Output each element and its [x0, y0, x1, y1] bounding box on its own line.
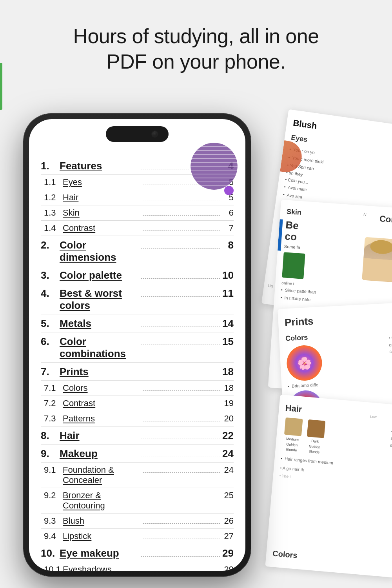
toc-num-2: 1.2: [44, 192, 63, 203]
toc-divider-13: [41, 426, 234, 426]
toc-label-12[interactable]: Contrast: [63, 398, 140, 408]
toc-divider-12: [41, 411, 234, 411]
toc-label-4[interactable]: Contrast: [63, 223, 140, 233]
phone-inner: 1.Features41.1Eyes51.2Hair51.3Skin61.4Co…: [29, 119, 245, 571]
camera-dot: [152, 131, 158, 137]
toc-num-16: 9.1: [44, 465, 63, 475]
toc-num-20: 10.: [41, 547, 60, 559]
toc-label-6[interactable]: Color palette: [60, 269, 139, 281]
toc-label-0[interactable]: Features: [60, 160, 139, 172]
toc-label-1[interactable]: Eyes: [63, 177, 140, 187]
toc-num-8: 5.: [41, 318, 60, 330]
toc-divider-6: [41, 284, 234, 284]
toc-page-14: 22: [222, 430, 234, 442]
paper3-right-text: • C gre cont: [388, 334, 392, 356]
toc-dots-8: [141, 327, 220, 327]
header-text: Hours of studying, all in one PDF on you…: [0, 0, 392, 90]
toc-page-9: 15: [222, 336, 234, 348]
toc-label-20[interactable]: Eye makeup: [60, 547, 139, 559]
toc-label-9[interactable]: Color combinations: [60, 336, 139, 360]
toc-row-18[interactable]: 9.3Blush26: [41, 514, 234, 528]
toc-label-10[interactable]: Prints: [60, 366, 139, 378]
toc-row-13[interactable]: 7.3Patterns20: [41, 412, 234, 425]
toc-label-16[interactable]: Foundation & Concealer: [63, 465, 140, 485]
toc-page-7: 11: [222, 287, 234, 299]
toc-num-14: 8.: [41, 430, 60, 442]
toc-page-21: 29: [223, 564, 234, 571]
toc-row-2[interactable]: 1.2Hair5: [41, 191, 234, 204]
toc-num-18: 9.3: [44, 516, 63, 526]
toc-divider-15: [41, 462, 234, 463]
toc-divider-4: [41, 236, 234, 236]
toc-label-7[interactable]: Best & worst colors: [60, 287, 139, 312]
toc-row-17[interactable]: 9.2Bronzer & Contouring25: [41, 489, 234, 512]
toc-dots-5: [141, 248, 220, 249]
toc-divider-9: [41, 362, 234, 363]
toc-num-13: 7.3: [44, 414, 63, 424]
toc-row-10[interactable]: 7.Prints18: [41, 364, 234, 379]
toc-dots-16: [143, 472, 220, 473]
hair-swatch-light: [284, 417, 303, 436]
toc-dots-10: [141, 375, 220, 375]
toc-dots-2: [143, 200, 220, 200]
hair-label-dark: Dark Golden Blonde: [304, 438, 325, 456]
toc-label-21[interactable]: Eyeshadows: [63, 564, 140, 571]
toc-dots-3: [143, 215, 220, 216]
toc-dots-6: [141, 278, 220, 279]
toc-label-19[interactable]: Lipstick: [63, 531, 140, 541]
toc-row-19[interactable]: 9.4Lipstick27: [41, 530, 234, 543]
toc-row-9[interactable]: 6.Color combinations15: [41, 334, 234, 361]
toc-label-5[interactable]: Color dimensions: [60, 239, 139, 263]
toc-num-0: 1.: [41, 160, 60, 172]
toc-row-6[interactable]: 3.Color palette10: [41, 268, 234, 283]
toc-row-14[interactable]: 8.Hair22: [41, 428, 234, 443]
header-line1: Hours of studying, all in one: [73, 25, 319, 47]
phone: 1.Features41.1Eyes51.2Hair51.3Skin61.4Co…: [24, 114, 251, 576]
hair-swatch-1-group: Medium Golden Blonde: [281, 417, 304, 454]
toc-row-5[interactable]: 2.Color dimensions8: [41, 238, 234, 265]
toc-page-11: 18: [223, 383, 234, 393]
toc-label-17[interactable]: Bronzer & Contouring: [63, 490, 140, 511]
toc-dots-15: [141, 457, 220, 457]
toc-label-14[interactable]: Hair: [60, 430, 139, 442]
toc-dots-17: [143, 498, 220, 498]
toc-label-18[interactable]: Blush: [63, 516, 140, 526]
toc-page-6: 10: [222, 269, 234, 281]
toc-dots-19: [143, 539, 220, 539]
toc-dots-14: [141, 439, 220, 439]
toc-dots-18: [143, 523, 220, 524]
floral-circle-1: 🌸: [286, 345, 323, 382]
toc-row-7[interactable]: 4.Best & worst colors11: [41, 286, 234, 313]
toc-divider-7: [41, 314, 234, 314]
person-body: [362, 258, 392, 282]
toc-row-8[interactable]: 5.Metals14: [41, 316, 234, 331]
toc-divider-16: [41, 488, 234, 488]
toc-num-19: 9.4: [44, 531, 63, 541]
toc-row-21[interactable]: 10.1Eyeshadows29: [41, 563, 234, 571]
green-color-block: [282, 252, 305, 279]
toc-divider-2: [41, 205, 234, 205]
paper1-light-label: Lig: [267, 283, 273, 289]
toc-label-2[interactable]: Hair: [63, 192, 140, 203]
toc-label-11[interactable]: Colors: [63, 383, 140, 393]
toc-row-16[interactable]: 9.1Foundation & Concealer24: [41, 463, 234, 487]
toc-row-3[interactable]: 1.3Skin6: [41, 206, 234, 220]
toc-page-18: 26: [223, 516, 234, 526]
toc-num-1: 1.1: [44, 177, 63, 187]
toc-row-15[interactable]: 9.Makeup24: [41, 446, 234, 461]
toc-label-8[interactable]: Metals: [60, 318, 139, 330]
toc-divider-1: [41, 190, 234, 190]
toc-row-20[interactable]: 10.Eye makeup29: [41, 546, 234, 561]
toc-divider-18: [41, 528, 234, 529]
toc-page-20: 29: [222, 547, 234, 559]
toc-page-16: 24: [223, 465, 234, 475]
toc-row-12[interactable]: 7.2Contrast19: [41, 397, 234, 410]
toc-num-4: 1.4: [44, 223, 63, 233]
toc-label-13[interactable]: Patterns: [63, 414, 140, 424]
toc-divider-11: [41, 396, 234, 396]
toc-row-11[interactable]: 7.1Colors18: [41, 381, 234, 395]
toc-row-4[interactable]: 1.4Contrast7: [41, 221, 234, 235]
toc-label-15[interactable]: Makeup: [60, 448, 139, 460]
toc-label-3[interactable]: Skin: [63, 208, 140, 218]
toc-page-12: 19: [223, 398, 234, 408]
